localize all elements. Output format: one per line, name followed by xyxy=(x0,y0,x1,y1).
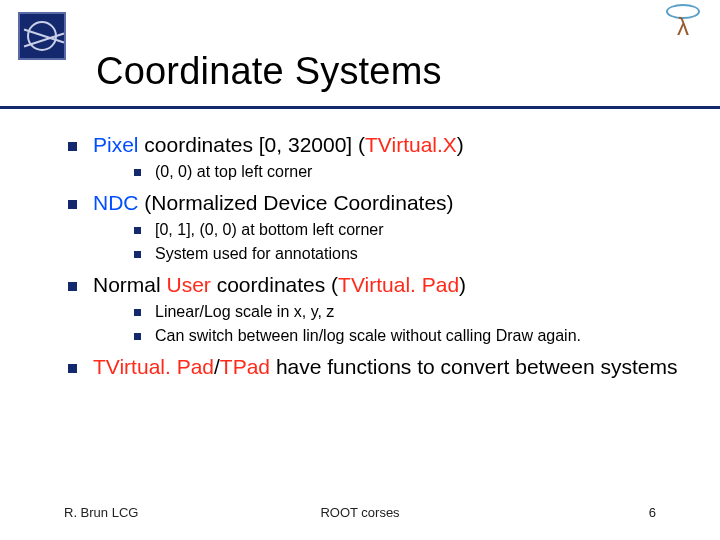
bullet-icon xyxy=(68,282,77,291)
bullet-icon xyxy=(68,142,77,151)
bullet-icon xyxy=(134,333,141,340)
bullet-text: NDC (Normalized Device Coordinates) xyxy=(93,190,454,217)
class-tvirtualx: TVirtual.X xyxy=(365,133,457,156)
bullet-ndc: NDC (Normalized Device Coordinates) [0, … xyxy=(68,190,690,264)
slide-title: Coordinate Systems xyxy=(96,50,442,93)
sub-text: Linear/Log scale in x, y, z xyxy=(155,302,334,322)
sub-bullet: Can switch between lin/log scale without… xyxy=(134,326,690,346)
bullet-icon xyxy=(134,251,141,258)
org-logo-glyph xyxy=(27,21,57,51)
class-tvirtualpad: TVirtual. Pad xyxy=(338,273,459,296)
slide-content: Pixel coordinates [0, 32000] (TVirtual.X… xyxy=(68,128,690,383)
bullet-icon xyxy=(134,169,141,176)
class-tvirtualpad: TVirtual. Pad xyxy=(93,355,214,378)
title-underline xyxy=(0,106,720,109)
sub-bullet: [0, 1], (0, 0) at bottom left corner xyxy=(134,220,690,240)
project-logo-right: λ xyxy=(666,4,700,37)
project-logo-stem: λ xyxy=(677,17,689,37)
term-ndc: NDC xyxy=(93,191,139,214)
bullet-conversion: TVirtual. Pad/TPad have functions to con… xyxy=(68,354,690,381)
sub-text: (0, 0) at top left corner xyxy=(155,162,312,182)
sub-text: System used for annotations xyxy=(155,244,358,264)
sub-bullet: System used for annotations xyxy=(134,244,690,264)
slide: λ Coordinate Systems Pixel coordinates [… xyxy=(0,0,720,540)
footer-page-number: 6 xyxy=(649,505,656,520)
footer-author: R. Brun LCG xyxy=(64,505,138,520)
bullet-icon xyxy=(68,364,77,373)
sub-bullet: (0, 0) at top left corner xyxy=(134,162,690,182)
bullet-text: TVirtual. Pad/TPad have functions to con… xyxy=(93,354,677,381)
sub-text: [0, 1], (0, 0) at bottom left corner xyxy=(155,220,384,240)
bullet-pixel: Pixel coordinates [0, 32000] (TVirtual.X… xyxy=(68,132,690,182)
bullet-icon xyxy=(134,227,141,234)
term-user: User xyxy=(167,273,211,296)
bullet-icon xyxy=(68,200,77,209)
bullet-text: Pixel coordinates [0, 32000] (TVirtual.X… xyxy=(93,132,464,159)
bullet-icon xyxy=(134,309,141,316)
bullet-text: Normal User coordinates (TVirtual. Pad) xyxy=(93,272,466,299)
sub-text: Can switch between lin/log scale without… xyxy=(155,326,581,346)
footer-title: ROOT corses xyxy=(320,505,399,520)
sub-bullet: Linear/Log scale in x, y, z xyxy=(134,302,690,322)
bullet-normal-user: Normal User coordinates (TVirtual. Pad) … xyxy=(68,272,690,346)
term-pixel: Pixel xyxy=(93,133,139,156)
class-tpad: TPad xyxy=(220,355,270,378)
org-logo-left xyxy=(18,12,66,60)
